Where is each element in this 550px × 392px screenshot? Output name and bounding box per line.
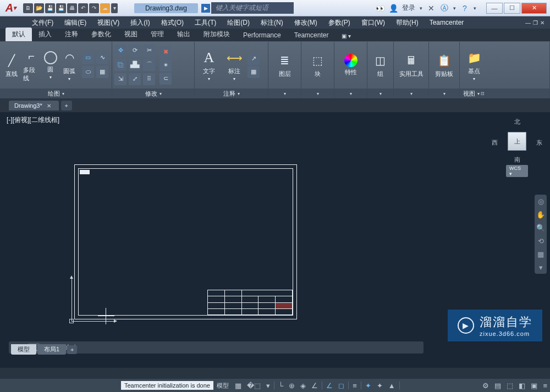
status-iso-icon[interactable]: ◈ (298, 379, 309, 392)
viewcube-south[interactable]: 南 (514, 156, 520, 164)
nav-pan-icon[interactable]: ✋ (536, 210, 545, 219)
hatch-icon[interactable]: ▦ (96, 66, 108, 78)
erase-icon[interactable]: ✖ (160, 46, 172, 58)
ribbon-tab-teamcenter[interactable]: Teamcenter (288, 29, 336, 41)
status-qp-icon[interactable]: ✦ (374, 379, 386, 392)
help-icon[interactable]: ? (460, 4, 469, 13)
status-ortho-icon[interactable]: └ (276, 379, 286, 392)
trim-icon[interactable]: ✂ (143, 45, 155, 57)
qat-open-icon[interactable]: 📂 (34, 3, 44, 13)
clipboard-button[interactable]: 📋剪贴板 (431, 51, 457, 79)
doc-minimize-icon[interactable]: — (525, 20, 531, 26)
menu-file[interactable]: 文件(F) (28, 17, 58, 29)
menu-insert[interactable]: 插入(I) (126, 17, 154, 29)
qat-undo-icon[interactable]: ↶ (78, 3, 88, 13)
drawing-area[interactable]: [-][俯视][二维线框] 北 西 上 东 南 WCS ▾ ◎ ✋ (0, 112, 550, 368)
app-logo[interactable]: A▾ (2, 1, 20, 16)
ribbon-tab-insert[interactable]: 插入 (32, 27, 58, 41)
menu-format[interactable]: 格式(O) (157, 17, 188, 29)
viewcube[interactable]: 北 西 上 东 南 WCS ▾ (495, 118, 539, 173)
copy-icon[interactable]: ⿻ (114, 59, 127, 71)
ribbon-expand-icon[interactable]: ▣ ▾ (339, 31, 353, 41)
ellipse-icon[interactable]: ⬭ (82, 66, 94, 78)
fillet-icon[interactable]: ⌒ (143, 59, 155, 71)
qat-cloud-icon[interactable]: ☁ (100, 3, 110, 13)
arc-button[interactable]: ◠圆弧▾ (60, 48, 79, 82)
login-link[interactable]: 登录 (402, 3, 415, 13)
dimension-button[interactable]: ⟷标注▾ (222, 48, 246, 82)
rectangle-icon[interactable]: ▭ (82, 52, 94, 64)
rotate-icon[interactable]: ⟳ (129, 45, 141, 57)
table-icon[interactable]: ▦ (248, 66, 260, 78)
viewcube-north[interactable]: 北 (514, 118, 520, 126)
status-snap-icon[interactable]: �⬚ (244, 379, 263, 392)
status-grid-icon[interactable]: ▦ (232, 379, 244, 392)
ribbon-tab-output[interactable]: 输出 (170, 27, 197, 41)
ribbon-tab-default[interactable]: 默认 (6, 27, 32, 41)
doc-restore-icon[interactable]: ❐ (533, 20, 538, 26)
a360-icon[interactable]: Ⓐ (440, 4, 449, 13)
leader-icon[interactable]: ↗ (248, 53, 260, 65)
panel-draw-title[interactable]: 绘图 (48, 90, 60, 98)
basepoint-button[interactable]: 📁基点▾ (462, 48, 486, 82)
panel-annotate-title[interactable]: 注释 (223, 90, 235, 98)
layout-tab-model[interactable]: 模型 (11, 344, 36, 355)
view-controls[interactable]: [-][俯视][二维线框] (7, 115, 59, 125)
status-sc-icon[interactable]: ▲ (386, 379, 398, 392)
status-otrack-icon[interactable]: ∠ (323, 379, 336, 392)
offset-icon[interactable]: ⊂ (160, 73, 172, 85)
panel-modify-title[interactable]: 修改 (145, 90, 157, 98)
exchange-icon[interactable]: ✕ (427, 4, 436, 13)
ribbon-tab-addins[interactable]: 附加模块 (197, 27, 237, 41)
qat-dropdown-icon[interactable]: ▾ (111, 3, 118, 13)
status-drop1-icon[interactable]: ▾ (263, 379, 273, 392)
menu-view[interactable]: 视图(V) (93, 17, 124, 29)
status-2d-icon[interactable]: ◻ (336, 379, 347, 392)
nav-orbit-icon[interactable]: ⟲ (536, 236, 545, 245)
viewcube-east[interactable]: 东 (536, 139, 542, 147)
doc-close-icon[interactable]: ✕ (540, 20, 544, 26)
status-quick-icon[interactable]: ◧ (516, 379, 528, 392)
move-icon[interactable]: ✥ (114, 45, 127, 57)
qat-new-icon[interactable]: 🗎 (23, 3, 33, 13)
status-osnap-icon[interactable]: ∠ (309, 379, 321, 392)
minimize-button[interactable]: — (486, 3, 503, 14)
status-model-label[interactable]: 模型 (213, 382, 232, 390)
ribbon-tab-annotate[interactable]: 注释 (58, 27, 85, 41)
status-lwt-icon[interactable]: ≡ (350, 379, 360, 392)
explode-icon[interactable]: ✴ (160, 59, 172, 71)
viewcube-west[interactable]: 西 (492, 139, 498, 147)
file-tab-add-button[interactable]: + (61, 101, 72, 111)
menu-parametric[interactable]: 参数(P) (324, 17, 355, 29)
status-units-icon[interactable]: ⬚ (504, 379, 516, 392)
spline-icon[interactable]: ∿ (96, 52, 108, 64)
qat-save-icon[interactable]: 💾 (45, 3, 55, 13)
close-button[interactable]: ✕ (521, 3, 547, 14)
nav-showmotion-icon[interactable]: ▦ (536, 250, 545, 258)
block-button[interactable]: ⬚块 (306, 51, 330, 79)
layout-tab-layout1[interactable]: 布局1 (37, 344, 66, 355)
layer-button[interactable]: ≣图层 (273, 51, 297, 79)
ribbon-tab-performance[interactable]: Performance (237, 29, 288, 41)
panel-view-title[interactable]: 视图 (463, 90, 475, 98)
ribbon-tab-view[interactable]: 视图 (118, 27, 144, 41)
file-tab-close-icon[interactable]: ✕ (47, 103, 51, 109)
group-button[interactable]: ◫组 (370, 51, 391, 79)
file-tab-drawing3[interactable]: Drawing3*✕ (9, 101, 59, 111)
menu-edit[interactable]: 编辑(E) (60, 17, 91, 29)
stretch-icon[interactable]: ⇲ (114, 73, 127, 85)
status-clean-icon[interactable]: ▣ (528, 379, 540, 392)
mirror-icon[interactable]: ▟▙ (129, 59, 141, 71)
menu-dimension[interactable]: 标注(N) (256, 17, 288, 29)
menu-modify[interactable]: 修改(M) (290, 17, 322, 29)
ribbon-tab-parametric[interactable]: 参数化 (85, 27, 118, 41)
layout-add-button[interactable]: + (67, 345, 77, 354)
line-button[interactable]: ╱直线 (2, 51, 21, 79)
status-polar-icon[interactable]: ⊕ (286, 379, 298, 392)
qat-saveas-icon[interactable]: 💾 (56, 3, 66, 13)
viewcube-top[interactable]: 上 (508, 132, 526, 151)
text-button[interactable]: A文字▾ (197, 48, 221, 82)
nav-zoom-icon[interactable]: 🔍 (536, 223, 545, 232)
user-icon[interactable]: 👤 (389, 4, 398, 13)
menu-draw[interactable]: 绘图(D) (223, 17, 254, 29)
